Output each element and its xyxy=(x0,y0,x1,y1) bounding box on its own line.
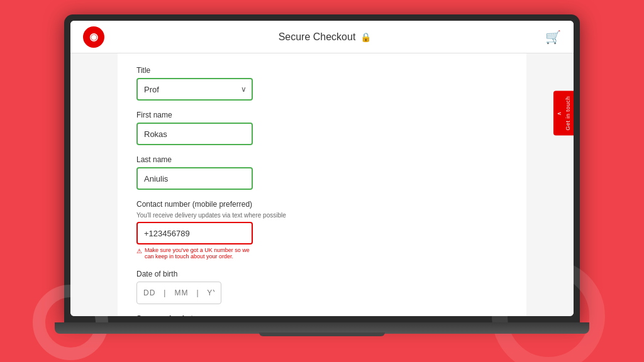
contact-input[interactable] xyxy=(136,222,253,244)
right-sidebar: ∧ Get in touch xyxy=(526,53,574,316)
header-title: Secure Checkout xyxy=(279,31,356,43)
contact-group: Contact number (mobile preferred) You'll… xyxy=(136,200,508,260)
first-name-label: First name xyxy=(136,111,508,119)
left-sidebar xyxy=(70,53,118,316)
get-in-touch-label: Get in touch xyxy=(565,96,571,131)
last-name-input[interactable] xyxy=(136,167,253,190)
laptop-base xyxy=(55,322,589,334)
save-basket-title: Save my basket xyxy=(136,314,508,316)
contact-sublabel: You'll receive delivery updates via text… xyxy=(136,212,508,219)
lock-icon: 🔒 xyxy=(360,32,371,42)
title-group: Title Prof Mr Mrs Miss Ms Dr ∨ xyxy=(136,66,508,101)
form-area: Title Prof Mr Mrs Miss Ms Dr ∨ xyxy=(118,53,526,316)
contact-label: Contact number (mobile preferred) xyxy=(136,200,508,209)
last-name-group: Last name xyxy=(136,155,508,190)
laptop-screen: ◉ Secure Checkout 🔒 🛒 Title xyxy=(70,21,574,316)
last-name-label: Last name xyxy=(136,155,508,164)
laptop-container: ◉ Secure Checkout 🔒 🛒 Title xyxy=(52,14,592,348)
save-basket-section: Save my basket We'll send you a link bac… xyxy=(136,314,508,316)
header: ◉ Secure Checkout 🔒 🛒 xyxy=(70,21,574,53)
laptop-screen-border: ◉ Secure Checkout 🔒 🛒 Title xyxy=(64,14,580,322)
title-select-wrapper: Prof Mr Mrs Miss Ms Dr ∨ xyxy=(136,78,253,101)
warning-icon: ⚠ xyxy=(136,248,142,255)
dob-wrapper xyxy=(136,282,508,304)
cart-icon: 🛒 xyxy=(545,30,561,45)
dob-label: Date of birth xyxy=(136,270,508,278)
first-name-input[interactable] xyxy=(136,123,253,145)
main-content: Title Prof Mr Mrs Miss Ms Dr ∨ xyxy=(70,53,574,316)
header-center: Secure Checkout 🔒 xyxy=(279,31,372,43)
title-select[interactable]: Prof Mr Mrs Miss Ms Dr xyxy=(136,78,253,101)
first-name-group: First name xyxy=(136,111,508,145)
vodafone-logo: ◉ xyxy=(83,26,104,48)
contact-error-text: Make sure you've got a UK number so we c… xyxy=(145,247,253,260)
dob-input[interactable] xyxy=(136,282,221,304)
dob-group: Date of birth xyxy=(136,270,508,304)
title-label: Title xyxy=(136,66,508,75)
contact-error: ⚠ Make sure you've got a UK number so we… xyxy=(136,247,253,260)
chevron-up-icon: ∧ xyxy=(556,111,562,116)
vodafone-icon: ◉ xyxy=(89,31,98,43)
get-in-touch-tab[interactable]: ∧ Get in touch xyxy=(553,91,574,136)
